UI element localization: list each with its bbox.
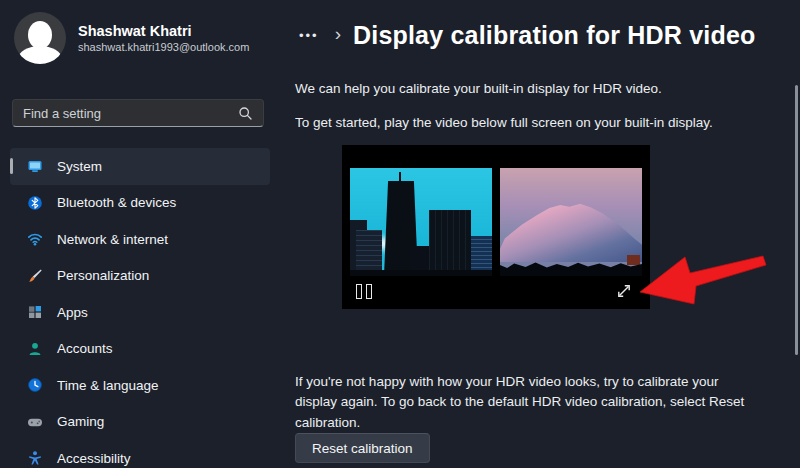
apps-icon (27, 304, 43, 320)
mountain-shape (500, 200, 642, 262)
sidebar-item-label: System (57, 159, 102, 174)
red-annotation-arrow (632, 248, 772, 310)
mountain-frame (500, 168, 642, 276)
search-icon (238, 106, 253, 121)
sidebar-item-apps[interactable]: Apps (10, 294, 270, 331)
sidebar-item-accessibility[interactable]: Accessibility (10, 440, 270, 468)
sidebar-item-label: Network & internet (57, 232, 168, 247)
accessibility-icon (27, 450, 43, 466)
sidebar-item-personalization[interactable]: Personalization (10, 258, 270, 295)
building-shape (429, 210, 471, 276)
search-box[interactable] (12, 99, 264, 127)
search-input[interactable] (23, 106, 230, 121)
personalization-icon (27, 268, 43, 284)
gaming-icon (27, 414, 43, 430)
pause-icon[interactable] (356, 284, 372, 299)
sidebar-item-system[interactable]: System (10, 148, 270, 185)
instruction-text: To get started, play the video below ful… (295, 113, 713, 133)
sidebar-item-label: Apps (57, 305, 88, 320)
settings-window: Shashwat Khatri shashwat.khatri1993@outl… (0, 0, 800, 468)
system-icon (27, 158, 43, 174)
hdr-calibration-video-player[interactable] (342, 145, 650, 309)
avatar (14, 12, 66, 64)
time-language-icon (27, 377, 43, 393)
city-skyline-frame (350, 168, 492, 276)
breadcrumb-ellipsis-button[interactable]: ••• (295, 27, 323, 44)
intro-text: We can help you calibrate your built-in … (295, 79, 662, 99)
avatar-head-shape (28, 21, 52, 49)
sidebar-item-time-language[interactable]: Time & language (10, 367, 270, 404)
bluetooth-icon (27, 195, 43, 211)
sidebar-nav: System Bluetooth & devices (10, 148, 270, 468)
reset-calibration-button[interactable]: Reset calibration (295, 433, 430, 463)
main-content: ••• › Display calibration for HDR video … (280, 0, 800, 468)
sidebar: Shashwat Khatri shashwat.khatri1993@outl… (0, 0, 280, 468)
page-title: Display calibration for HDR video (353, 21, 756, 50)
reset-note-text: If you're not happy with how your HDR vi… (295, 372, 745, 433)
selected-indicator (10, 158, 13, 174)
sidebar-item-network-internet[interactable]: Network & internet (10, 221, 270, 258)
user-name: Shashwat Khatri (78, 22, 249, 40)
sidebar-item-label: Time & language (57, 378, 159, 393)
sidebar-item-label: Accessibility (57, 451, 131, 466)
user-email: shashwat.khatri1993@outlook.com (78, 40, 249, 54)
user-info: Shashwat Khatri shashwat.khatri1993@outl… (78, 22, 249, 54)
sidebar-item-label: Personalization (57, 268, 149, 283)
sidebar-item-gaming[interactable]: Gaming (10, 404, 270, 441)
sidebar-item-label: Bluetooth & devices (57, 195, 176, 210)
sidebar-item-label: Accounts (57, 341, 113, 356)
sidebar-item-accounts[interactable]: Accounts (10, 331, 270, 368)
sidebar-item-label: Gaming (57, 414, 104, 429)
network-icon (27, 231, 43, 247)
accounts-icon (27, 341, 43, 357)
avatar-body-shape (18, 46, 62, 64)
user-account-row[interactable]: Shashwat Khatri shashwat.khatri1993@outl… (14, 12, 249, 64)
building-antenna-shape (399, 172, 401, 181)
ground-shape (350, 270, 492, 276)
scrollbar-thumb[interactable] (795, 85, 798, 355)
sidebar-item-bluetooth-devices[interactable]: Bluetooth & devices (10, 185, 270, 222)
fullscreen-expand-icon[interactable] (615, 282, 633, 300)
building-shape (627, 255, 640, 265)
chevron-right-icon: › (335, 24, 341, 43)
video-frames (350, 168, 642, 276)
breadcrumb: ••• › Display calibration for HDR video (295, 17, 756, 53)
